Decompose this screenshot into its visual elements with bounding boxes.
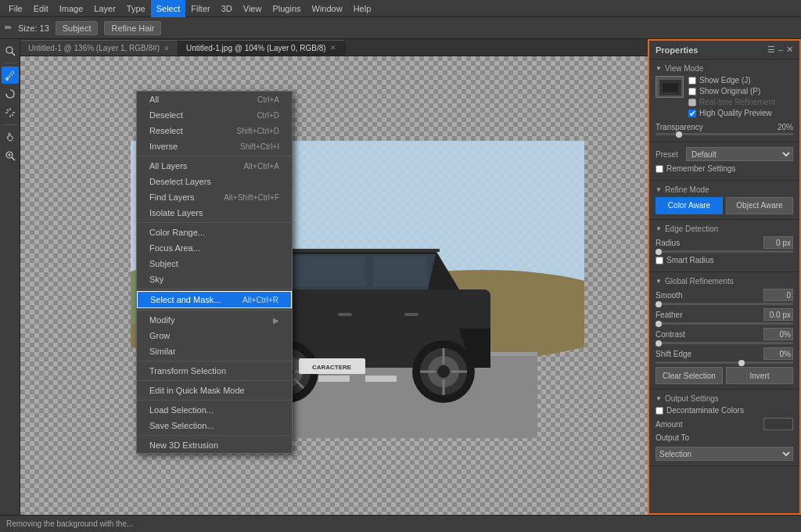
menu-window[interactable]: Window bbox=[307, 0, 348, 17]
menu-3d[interactable]: 3D bbox=[216, 0, 238, 17]
menu-select[interactable]: Select bbox=[151, 0, 186, 17]
menu-item-subject[interactable]: Subject bbox=[137, 256, 292, 271]
menu-item-similar[interactable]: Similar bbox=[137, 343, 292, 359]
output-settings-arrow: ▼ bbox=[656, 395, 662, 402]
output-to-select[interactable]: Selection bbox=[656, 447, 793, 461]
menu-item-isolate-layers[interactable]: Isolate Layers bbox=[137, 205, 292, 221]
contrast-thumb[interactable] bbox=[656, 340, 662, 347]
decontaminate-checkbox[interactable] bbox=[656, 407, 663, 415]
menu-sep-6 bbox=[137, 380, 292, 381]
canvas-area[interactable]: Untitled-1 @ 136% (Layer 1, RGB/8#) ✕ Un… bbox=[20, 39, 648, 515]
menu-item-find-layers[interactable]: Find Layers Alt+Shift+Ctrl+F bbox=[137, 189, 292, 205]
toolbar-separator-2 bbox=[3, 124, 17, 125]
contrast-slider[interactable] bbox=[656, 342, 793, 344]
radius-thumb[interactable] bbox=[656, 249, 662, 255]
menu-type[interactable]: Type bbox=[121, 0, 151, 17]
real-time-checkbox[interactable] bbox=[688, 99, 696, 106]
menu-item-deselect-layers[interactable]: Deselect Layers bbox=[137, 174, 292, 189]
view-mode-title: ▼ View Mode bbox=[656, 64, 793, 73]
refine-hair-button[interactable]: Refine Hair bbox=[104, 21, 161, 35]
global-refinements-arrow: ▼ bbox=[656, 278, 662, 285]
smart-radius-checkbox[interactable] bbox=[656, 257, 663, 264]
menu-help[interactable]: Help bbox=[348, 0, 377, 17]
zoom-tool[interactable] bbox=[2, 147, 19, 164]
show-original-checkbox[interactable] bbox=[688, 88, 696, 95]
feather-row: Feather bbox=[656, 308, 793, 321]
svg-text:CARACTERE: CARACTERE bbox=[312, 364, 352, 371]
menu-item-load-selection[interactable]: Load Selection... bbox=[137, 402, 292, 418]
amount-row: Amount bbox=[656, 418, 793, 430]
panel-close-button[interactable]: ✕ bbox=[786, 45, 793, 55]
menu-sep-3 bbox=[137, 289, 292, 289]
smooth-input[interactable] bbox=[763, 289, 793, 301]
menu-item-inverse[interactable]: Inverse Shift+Ctrl+I bbox=[137, 138, 292, 154]
invert-button[interactable]: Invert bbox=[726, 367, 793, 384]
menu-item-new-3d[interactable]: New 3D Extrusion bbox=[137, 437, 292, 453]
hand-tool[interactable] bbox=[2, 128, 19, 146]
shift-edge-input[interactable] bbox=[763, 347, 793, 360]
menu-item-select-mask[interactable]: Select and Mask... Alt+Ctrl+R bbox=[137, 291, 292, 308]
feather-thumb[interactable] bbox=[656, 321, 662, 327]
menu-item-color-range[interactable]: Color Range... bbox=[137, 225, 292, 240]
tab-bar: Untitled-1 @ 136% (Layer 1, RGB/8#) ✕ Un… bbox=[20, 39, 648, 56]
shift-edge-slider[interactable] bbox=[656, 361, 793, 364]
transparency-track bbox=[656, 133, 793, 135]
menu-view[interactable]: View bbox=[238, 0, 268, 17]
menu-layer[interactable]: Layer bbox=[88, 0, 121, 17]
magic-wand-tool[interactable] bbox=[2, 104, 19, 121]
menu-filter[interactable]: Filter bbox=[185, 0, 215, 17]
menu-item-transform-selection[interactable]: Transform Selection bbox=[137, 363, 292, 379]
menu-plugins[interactable]: Plugins bbox=[267, 0, 306, 17]
preset-select[interactable]: Default bbox=[686, 147, 793, 161]
tab-close-1[interactable]: ✕ bbox=[163, 45, 170, 52]
menu-item-grow[interactable]: Grow bbox=[137, 328, 292, 343]
radius-slider[interactable] bbox=[656, 250, 793, 253]
size-label: Size: 13 bbox=[18, 23, 49, 33]
contrast-input[interactable] bbox=[763, 328, 793, 340]
clear-selection-button[interactable]: Clear Selection bbox=[656, 367, 723, 384]
menu-sep-8 bbox=[137, 435, 292, 436]
menu-item-reselect[interactable]: Reselect Shift+Ctrl+D bbox=[137, 123, 292, 138]
edge-detection-section: ▼ Edge Detection Radius Smart Radius bbox=[649, 220, 799, 272]
tab-close-2[interactable]: ✕ bbox=[330, 44, 336, 52]
transparency-thumb[interactable] bbox=[676, 131, 682, 138]
refine-mode-arrow: ▼ bbox=[656, 186, 662, 193]
menu-file[interactable]: File bbox=[3, 0, 28, 17]
tab-untitled1-jpg[interactable]: Untitled-1.jpg @ 104% (Layer 0, RGB/8) ✕ bbox=[178, 40, 345, 56]
quick-selection-tool[interactable] bbox=[2, 42, 19, 59]
remember-settings-checkbox[interactable] bbox=[656, 165, 663, 173]
preset-section: Preset Default Remember Settings bbox=[649, 142, 799, 181]
feather-input[interactable] bbox=[763, 308, 793, 321]
menu-item-modify[interactable]: Modify ▶ bbox=[137, 312, 292, 328]
view-thumbnail bbox=[656, 76, 684, 98]
menu-item-all-layers[interactable]: All Layers Alt+Ctrl+A bbox=[137, 158, 292, 174]
menu-edit[interactable]: Edit bbox=[28, 0, 54, 17]
smooth-slider[interactable] bbox=[656, 303, 793, 305]
brush-tool[interactable] bbox=[2, 66, 19, 84]
menu-item-deselect[interactable]: Deselect Ctrl+D bbox=[137, 107, 292, 123]
lasso-tool[interactable] bbox=[2, 85, 19, 102]
feather-slider[interactable] bbox=[656, 322, 793, 325]
menu-item-focus-area[interactable]: Focus Area... bbox=[137, 240, 292, 256]
subject-button[interactable]: Subject bbox=[56, 21, 99, 35]
color-aware-button[interactable]: Color Aware bbox=[656, 197, 723, 214]
menu-item-all[interactable]: All Ctrl+A bbox=[137, 92, 292, 107]
menu-image[interactable]: Image bbox=[54, 0, 89, 17]
panel-menu-icon[interactable]: ☰ bbox=[767, 45, 775, 55]
show-edge-checkbox[interactable] bbox=[688, 77, 696, 84]
smooth-thumb[interactable] bbox=[656, 301, 662, 307]
shift-edge-thumb[interactable] bbox=[738, 360, 745, 366]
object-aware-button[interactable]: Object Aware bbox=[726, 197, 793, 214]
svg-point-32 bbox=[437, 365, 450, 378]
global-refinements-title: ▼ Global Refinements bbox=[656, 277, 793, 286]
menu-item-sky[interactable]: Sky bbox=[137, 271, 292, 287]
action-btn-row: Clear Selection Invert bbox=[656, 367, 793, 384]
menu-item-save-selection[interactable]: Save Selection... bbox=[137, 418, 292, 433]
transparency-slider[interactable] bbox=[656, 133, 793, 135]
radius-input[interactable] bbox=[763, 236, 793, 249]
menu-item-quick-mask[interactable]: Edit in Quick Mask Mode bbox=[137, 383, 292, 398]
high-quality-checkbox[interactable] bbox=[688, 110, 696, 117]
tab-untitled1[interactable]: Untitled-1 @ 136% (Layer 1, RGB/8#) ✕ bbox=[20, 40, 178, 56]
panel-collapse-icon[interactable]: – bbox=[778, 45, 783, 55]
high-quality-row: High Quality Preview bbox=[688, 109, 775, 117]
